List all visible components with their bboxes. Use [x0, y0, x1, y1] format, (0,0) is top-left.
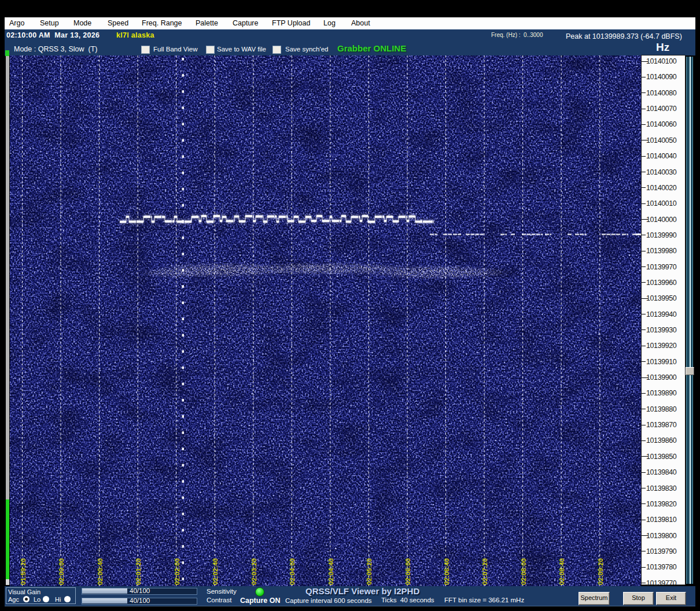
svg-text:02:02:40: 02:02:40 — [212, 558, 219, 585]
svg-text:02:02:00: 02:02:00 — [174, 558, 180, 585]
svg-text:02:06:40: 02:06:40 — [443, 558, 450, 585]
svg-text:02:07:20: 02:07:20 — [481, 558, 488, 585]
svg-text:02:06:00: 02:06:00 — [404, 558, 411, 585]
svg-text:01:59:20: 01:59:20 — [20, 558, 27, 585]
svg-text:02:04:00: 02:04:00 — [289, 558, 296, 585]
svg-text:02:00:40: 02:00:40 — [97, 558, 104, 585]
svg-text:02:05:20: 02:05:20 — [366, 558, 373, 585]
svg-text:02:00:00: 02:00:00 — [58, 558, 65, 585]
svg-text:02:04:40: 02:04:40 — [327, 558, 334, 585]
svg-text:02:09:20: 02:09:20 — [597, 558, 604, 585]
svg-text:02:01:20: 02:01:20 — [135, 558, 142, 585]
svg-text:02:03:20: 02:03:20 — [250, 558, 257, 585]
svg-text:02:08:40: 02:08:40 — [558, 558, 565, 585]
svg-text:02:08:00: 02:08:00 — [520, 558, 527, 585]
